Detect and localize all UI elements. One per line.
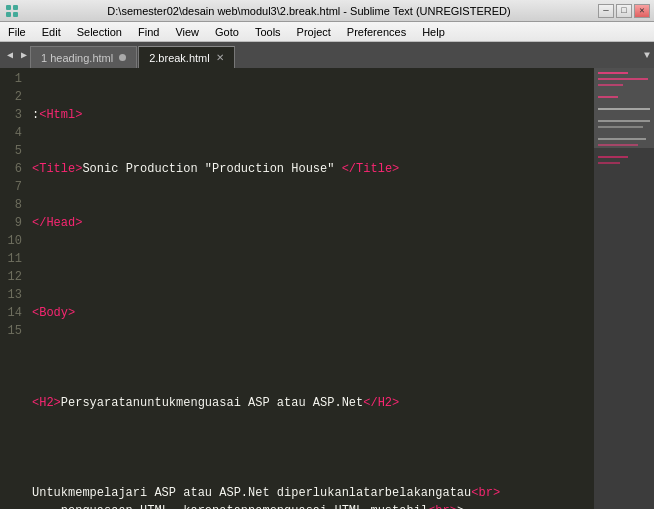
code-editor[interactable]: :<Html> <Title>Sonic Production "Product… — [28, 68, 594, 509]
minimize-button[interactable]: ─ — [598, 4, 614, 18]
maximize-button[interactable]: □ — [616, 4, 632, 18]
tab-bar: ◀ ▶ 1 heading.html 2.break.html ✕ ▼ — [0, 42, 654, 68]
code-line-5: <Body> — [32, 304, 594, 322]
line-number: 2 — [0, 88, 22, 106]
tab-1-dirty-indicator — [119, 54, 126, 61]
line-number: 5 — [0, 142, 22, 160]
line-number: 4 — [0, 124, 22, 142]
svg-rect-14 — [598, 162, 620, 164]
code-line-9: Untukmempelajari ASP atau ASP.Net diperl… — [32, 484, 594, 509]
menu-bar: File Edit Selection Find View Goto Tools… — [0, 22, 654, 42]
minimap-viewport — [594, 68, 654, 148]
line-number: 14 — [0, 304, 22, 322]
svg-rect-3 — [13, 12, 18, 17]
menu-selection[interactable]: Selection — [69, 22, 130, 41]
code-line-7: <H2>Persyaratanuntukmenguasai ASP atau A… — [32, 394, 594, 412]
tab-dropdown-button[interactable]: ▼ — [644, 50, 650, 61]
line-number: 3 — [0, 106, 22, 124]
menu-tools[interactable]: Tools — [247, 22, 289, 41]
svg-rect-2 — [6, 12, 11, 17]
menu-view[interactable]: View — [167, 22, 207, 41]
line-number: 8 — [0, 196, 22, 214]
line-number: 12 — [0, 268, 22, 286]
window-title: D:\semester02\desain web\modul3\2.break.… — [24, 5, 594, 17]
close-button[interactable]: ✕ — [634, 4, 650, 18]
code-line-3: </Head> — [32, 214, 594, 232]
line-number: 10 — [0, 232, 22, 250]
line-number: 13 — [0, 286, 22, 304]
window-controls: ─ □ ✕ — [598, 4, 650, 18]
tab-nav: ◀ ▶ — [4, 48, 30, 62]
line-numbers: 1 2 3 4 5 6 7 8 9 10 11 12 13 14 15 — [0, 68, 28, 509]
line-number: 11 — [0, 250, 22, 268]
svg-rect-0 — [6, 5, 11, 10]
app-icon — [4, 3, 20, 19]
svg-rect-1 — [13, 5, 18, 10]
tab-prev-arrow[interactable]: ◀ — [4, 48, 16, 62]
tab-next-arrow[interactable]: ▶ — [18, 48, 30, 62]
minimap — [594, 68, 654, 509]
code-line-2: <Title>Sonic Production "Production Hous… — [32, 160, 594, 178]
menu-find[interactable]: Find — [130, 22, 167, 41]
code-line-1: :<Html> — [32, 106, 594, 124]
menu-project[interactable]: Project — [289, 22, 339, 41]
menu-file[interactable]: File — [0, 22, 34, 41]
menu-goto[interactable]: Goto — [207, 22, 247, 41]
tab-2-close-button[interactable]: ✕ — [216, 52, 224, 63]
line-number: 7 — [0, 178, 22, 196]
tab-1-label: 1 heading.html — [41, 52, 113, 64]
tab-2-label: 2.break.html — [149, 52, 210, 64]
line-number: 6 — [0, 160, 22, 178]
tab-1-heading[interactable]: 1 heading.html — [30, 46, 137, 68]
title-bar: D:\semester02\desain web\modul3\2.break.… — [0, 0, 654, 22]
menu-preferences[interactable]: Preferences — [339, 22, 414, 41]
menu-help[interactable]: Help — [414, 22, 453, 41]
line-number: 9 — [0, 214, 22, 232]
editor-container: 1 2 3 4 5 6 7 8 9 10 11 12 13 14 15 :<Ht… — [0, 68, 654, 509]
svg-rect-13 — [598, 156, 628, 158]
line-number: 1 — [0, 70, 22, 88]
menu-edit[interactable]: Edit — [34, 22, 69, 41]
line-number: 15 — [0, 322, 22, 340]
tab-2-break[interactable]: 2.break.html ✕ — [138, 46, 235, 68]
